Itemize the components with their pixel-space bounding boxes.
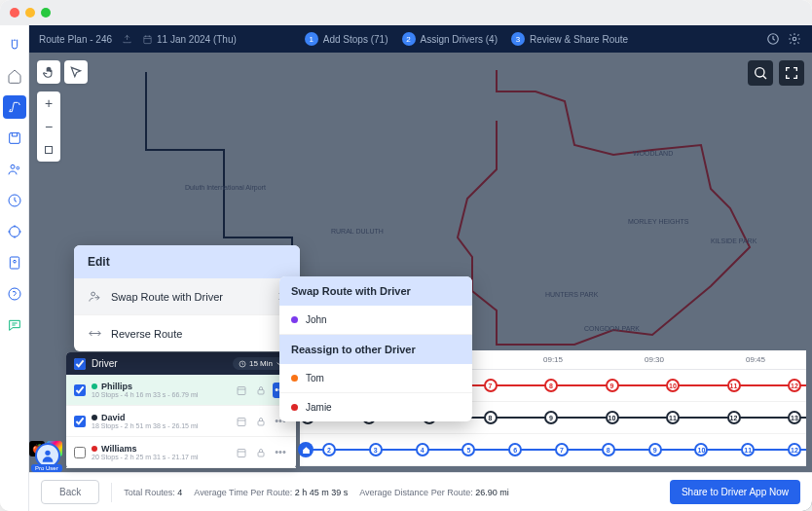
home-icon[interactable] (3, 64, 26, 88)
timeline-stop[interactable]: 8 (544, 379, 558, 392)
pan-tool[interactable] (37, 60, 60, 84)
timeline-stop[interactable]: 7 (555, 443, 569, 456)
zoom-out[interactable]: − (37, 115, 60, 138)
svg-rect-20 (258, 452, 264, 456)
sub-header-reassign: Reassign to other Driver (279, 335, 472, 364)
driver-stats: 20 Stops - 2 h 25 m 31 s - 21.17 mi (92, 454, 228, 460)
step-2[interactable]: 2Assign Drivers (4) (402, 32, 498, 46)
minimize-icon[interactable] (25, 8, 35, 18)
driver-row[interactable]: Phillips 10 Stops - 4 h 16 m 33 s - 66.7… (66, 375, 296, 406)
time-icon[interactable] (3, 189, 26, 212)
timeline-stop[interactable]: 11 (666, 411, 680, 424)
timeline-stop[interactable]: 11 (741, 443, 755, 456)
avg-dist-stat: Average Distance Per Route: 26.90 mi (359, 488, 508, 497)
svg-rect-0 (9, 133, 19, 144)
timeline-stop[interactable]: 12 (788, 379, 801, 392)
zoom-in[interactable]: + (37, 91, 60, 115)
timeline-stop[interactable]: 7 (484, 379, 498, 392)
more-icon[interactable]: ••• (273, 445, 288, 460)
target-icon[interactable] (3, 220, 26, 243)
sub-driver-jamie[interactable]: Jamie (279, 393, 472, 421)
timeline-stop[interactable]: 9 (648, 443, 662, 456)
timeline-stop[interactable]: 11 (727, 379, 741, 392)
timeline-stop[interactable]: 4 (416, 443, 429, 456)
driver-checkbox[interactable] (74, 384, 86, 396)
reverse-icon (88, 326, 102, 341)
step-3[interactable]: 3Review & Share Route (511, 32, 628, 46)
ctx-reverse-route[interactable]: Reverse Route (74, 315, 300, 351)
timeline-stop[interactable]: 3 (369, 443, 383, 456)
svg-rect-18 (258, 420, 264, 425)
svg-point-12 (756, 68, 764, 77)
avg-time-stat: Average Time Per Route: 2 h 45 m 39 s (194, 488, 348, 497)
lock-icon[interactable] (253, 414, 269, 429)
lock-icon[interactable] (253, 383, 269, 398)
route-plan-title: Route Plan - 246 (39, 34, 112, 45)
map[interactable]: Duluth International Airport RURAL DULUT… (29, 53, 812, 511)
timeline-stop[interactable]: 10 (694, 443, 708, 456)
close-icon[interactable] (10, 8, 19, 18)
timeline-stop[interactable]: 12 (727, 411, 741, 424)
sub-driver-john[interactable]: John (279, 306, 472, 335)
submenu: Swap Route with Driver John Reassign to … (279, 276, 472, 421)
footer: Back Total Routes: 4 Average Time Per Ro… (29, 472, 812, 511)
driver-checkbox[interactable] (74, 447, 86, 458)
export-icon[interactable] (122, 34, 132, 45)
lock-icon[interactable] (253, 445, 269, 460)
timeline-stop[interactable]: 6 (508, 443, 522, 456)
timeline-stop[interactable]: 9 (606, 379, 619, 392)
schedule-icon[interactable] (234, 414, 249, 429)
driver-checkbox[interactable] (74, 416, 86, 427)
svg-rect-11 (46, 147, 53, 154)
timeline-stop[interactable]: 10 (606, 411, 619, 424)
svg-rect-19 (238, 449, 245, 456)
contacts-icon[interactable] (3, 251, 26, 274)
chat-icon[interactable] (3, 313, 26, 337)
users-icon[interactable] (3, 158, 26, 181)
timeline-stop[interactable]: 5 (461, 443, 475, 456)
timeline-stop[interactable]: 12 (788, 443, 801, 456)
maximize-icon[interactable] (41, 8, 51, 18)
timeline-stop[interactable]: 8 (602, 443, 615, 456)
step-1[interactable]: 1Add Stops (71) (305, 32, 388, 46)
timeline-stop[interactable]: 13 (788, 411, 801, 424)
timeline-stop[interactable]: 10 (666, 379, 680, 392)
timeline-stop[interactable]: 2 (322, 443, 336, 456)
timeline-row: 23456789101112 (300, 434, 806, 466)
driver-panel-header: Driver 15 Min (66, 352, 296, 375)
home-start-icon (298, 442, 314, 457)
titlebar (0, 0, 812, 25)
sub-header-swap: Swap Route with Driver (279, 276, 472, 306)
timeline-stop[interactable]: 9 (544, 411, 558, 424)
context-menu-title: Edit (74, 245, 300, 278)
history-icon[interactable] (765, 31, 781, 47)
svg-rect-16 (258, 389, 264, 394)
ctx-swap-route[interactable]: Swap Route with Driver (74, 278, 300, 315)
fullscreen-button[interactable] (779, 60, 804, 86)
driver-stats: 10 Stops - 4 h 16 m 33 s - 66.79 mi (92, 391, 228, 398)
svg-point-4 (9, 227, 19, 237)
route-icon[interactable] (3, 95, 26, 119)
logo-icon[interactable] (3, 33, 26, 56)
back-button[interactable]: Back (41, 480, 99, 504)
sub-driver-tom[interactable]: Tom (279, 364, 472, 393)
svg-point-2 (17, 166, 19, 169)
share-button[interactable]: Share to Driver App Now (670, 480, 800, 504)
timeline-stop[interactable]: 8 (484, 411, 498, 424)
settings-icon[interactable] (787, 31, 802, 47)
search-map-button[interactable] (748, 60, 773, 86)
context-menu: Edit Swap Route with Driver Reverse Rout… (74, 245, 300, 351)
clock-icon (239, 360, 246, 368)
driver-row[interactable]: David 18 Stops - 2 h 51 m 38 s - 26.15 m… (66, 406, 296, 437)
save-icon[interactable] (3, 127, 26, 150)
schedule-icon[interactable] (234, 383, 249, 398)
select-all-drivers[interactable] (74, 358, 86, 370)
svg-rect-15 (238, 386, 245, 394)
driver-row[interactable]: Williams 20 Stops - 2 h 25 m 31 s - 21.1… (66, 437, 296, 468)
driver-stats: 18 Stops - 2 h 51 m 38 s - 26.15 mi (92, 422, 228, 429)
date-display[interactable]: 11 Jan 2024 (Thu) (142, 34, 237, 45)
schedule-icon[interactable] (234, 445, 249, 460)
zoom-rect[interactable] (37, 138, 60, 162)
help-icon[interactable] (3, 282, 26, 306)
lasso-tool[interactable] (64, 60, 88, 84)
